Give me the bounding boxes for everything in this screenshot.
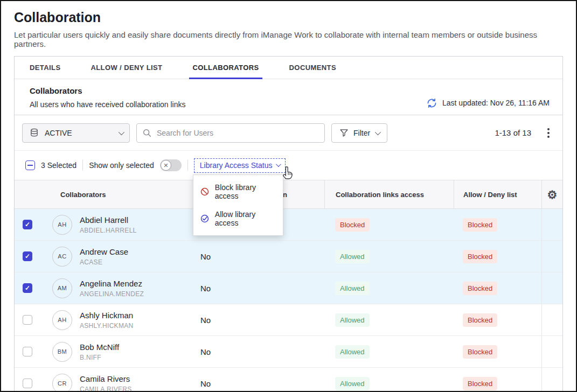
row-checkbox[interactable]: ✓ [23, 220, 32, 229]
collaborator-name: Abdiel Harrell [80, 215, 137, 225]
collaboration-links-access-badge: Allowed [335, 345, 370, 359]
select-all-checkbox[interactable] [25, 160, 35, 170]
tab-details[interactable]: DETAILS [30, 57, 60, 79]
divider [82, 160, 83, 171]
table-row[interactable]: CR Camila Rivers CAMILA.RIVERS No Allowe… [15, 368, 562, 392]
library-access-status-menu: Block library access Allow library acces… [193, 174, 283, 236]
avatar-initials: CR [58, 380, 67, 387]
collaboration-links-access-badge: Allowed [335, 282, 370, 295]
divider [187, 160, 188, 171]
avatar: BM [52, 342, 72, 362]
filter-button[interactable]: Filter [331, 123, 387, 143]
selected-count-label: 3 Selected [41, 161, 77, 170]
library-access-status-dropdown[interactable]: Library Access Status [194, 158, 286, 173]
gear-icon[interactable]: ⚙ [547, 189, 558, 200]
avatar-initials: BM [58, 348, 67, 355]
collaborator-name: Ashly Hickman [80, 311, 133, 320]
tab-documents[interactable]: DOCUMENTS [289, 57, 336, 79]
table-row[interactable]: ✓ AM Angelina Mendez ANGELINA.MENDEZ No … [15, 272, 562, 304]
more-options-button[interactable] [543, 125, 554, 141]
allow-deny-badge: Blocked [463, 345, 497, 359]
search-icon [142, 128, 152, 138]
avatar-initials: AM [58, 285, 67, 291]
row-checkbox[interactable] [23, 379, 32, 388]
block-icon [200, 187, 210, 197]
avatar: AC [52, 247, 72, 267]
chevron-down-icon [375, 129, 381, 135]
last-updated-label: Last updated: Nov 26, 11:16 AM [442, 99, 550, 107]
filter-button-label: Filter [353, 129, 370, 137]
collaboration-links-access-badge: Allowed [335, 377, 370, 390]
accessed-value: No [200, 284, 211, 293]
row-checkbox[interactable] [23, 315, 32, 325]
table-row[interactable]: AH Ashly Hickman ASHLY.HICKMAN No Allowe… [15, 304, 562, 336]
avatar-initials: AH [58, 221, 66, 228]
collaborator-username: ANGELINA.MENDEZ [80, 290, 144, 298]
toggle-off-x-icon: ✕ [161, 160, 171, 171]
page-description: Let particular users quickly and easily … [14, 30, 563, 48]
chevron-down-icon [119, 129, 124, 135]
tab-bar: DETAILS ALLOW / DENY LIST COLLABORATORS … [15, 57, 562, 79]
table-row[interactable]: BM Bob McNiff B.NIFF No Allowed Blocked [15, 336, 562, 368]
search-input[interactable] [157, 129, 319, 137]
allow-deny-badge: Blocked [463, 377, 497, 390]
table-body: ✓ AH Abdiel Harrell ABDIEL.HARRELL No Bl… [15, 209, 562, 392]
row-checkbox[interactable]: ✓ [23, 251, 32, 261]
column-header-allow-deny-list[interactable]: Allow / Deny list [454, 180, 541, 208]
avatar: AH [52, 310, 72, 330]
column-settings-header: ⚙ [541, 180, 562, 208]
row-checkbox[interactable]: ✓ [23, 283, 32, 293]
menu-item-allow-library-access[interactable]: Allow library access [193, 205, 283, 232]
section-subtitle: All users who have received collaboratio… [30, 100, 185, 109]
library-access-status-label: Library Access Status [200, 161, 273, 170]
database-icon [29, 128, 39, 138]
collaboration-links-access-badge: Allowed [335, 313, 370, 327]
accessed-value: No [200, 379, 211, 388]
allow-deny-badge: Blocked [463, 313, 497, 327]
accessed-value: No [200, 252, 211, 261]
show-only-selected-label: Show only selected [89, 161, 154, 170]
table-header: Collaborators n Collaboration links acce… [15, 180, 562, 209]
allow-deny-badge: Blocked [463, 250, 497, 263]
scope-dropdown[interactable]: ACTIVE [22, 123, 130, 143]
avatar: AH [52, 215, 72, 235]
avatar-initials: AH [58, 317, 66, 323]
chevron-down-icon [276, 162, 281, 167]
collaborator-username: ABDIEL.HARRELL [80, 227, 137, 234]
column-header-collaboration-links-access[interactable]: Collaboration links access [324, 180, 454, 208]
collaboration-links-access-badge: Blocked [335, 218, 370, 232]
collaborator-username: ASHLY.HICKMAN [80, 322, 133, 330]
table-row[interactable]: ✓ AC Andrew Case ACASE No Allowed Blocke… [15, 241, 562, 272]
show-only-selected-toggle[interactable]: ✕ [160, 159, 182, 171]
accessed-value: No [200, 316, 211, 325]
section-title: Collaborators [30, 86, 185, 95]
tab-allow-deny-list[interactable]: ALLOW / DENY LIST [91, 57, 162, 79]
section-header: Collaborators All users who have receive… [15, 79, 562, 115]
page-title: Collaboration [14, 10, 563, 25]
collaborator-name: Bob McNiff [80, 342, 119, 352]
collaboration-links-access-badge: Allowed [335, 250, 370, 263]
avatar-initials: AC [58, 253, 66, 260]
menu-item-block-library-access[interactable]: Block library access [193, 178, 283, 205]
table-row[interactable]: ✓ AH Abdiel Harrell ABDIEL.HARRELL No Bl… [15, 209, 562, 241]
avatar: CR [52, 374, 72, 392]
user-search[interactable] [136, 123, 325, 143]
row-checkbox[interactable] [23, 347, 32, 356]
collaborator-name: Camila Rivers [80, 374, 132, 383]
column-header-collaborators[interactable]: Collaborators [40, 180, 187, 208]
selection-bar: 3 Selected Show only selected ✕ Library … [15, 151, 562, 180]
collaborator-username: ACASE [80, 258, 128, 266]
allow-deny-badge: Blocked [463, 282, 497, 295]
collaboration-card: DETAILS ALLOW / DENY LIST COLLABORATORS … [14, 56, 563, 392]
collaborator-username: B.NIFF [80, 354, 119, 361]
funnel-icon [339, 128, 349, 137]
allow-icon [200, 214, 210, 223]
tab-collaborators[interactable]: COLLABORATORS [192, 57, 259, 79]
collaborator-username: CAMILA.RIVERS [80, 386, 132, 392]
header-checkbox-spacer [15, 180, 40, 208]
page-header: Collaboration Let particular users quick… [1, 1, 576, 48]
accessed-value: No [200, 347, 211, 356]
refresh-icon[interactable] [426, 97, 437, 109]
scope-dropdown-label: ACTIVE [45, 129, 72, 137]
collaborator-name: Angelina Mendez [80, 279, 144, 288]
